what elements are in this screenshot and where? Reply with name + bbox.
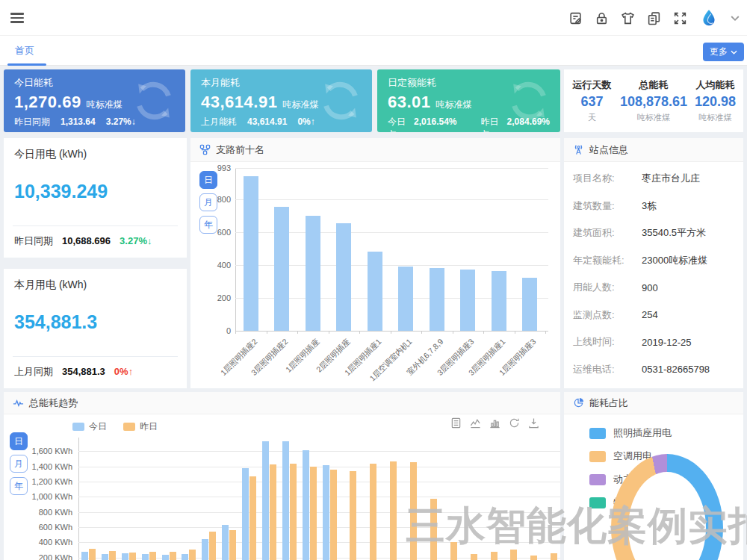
site-info-label: 年定额能耗: [573, 254, 642, 267]
theme-shirt-icon[interactable] [621, 11, 635, 25]
legend-swatch [589, 497, 606, 508]
branch-bar [492, 271, 506, 331]
grid-line [78, 451, 560, 452]
panel-title: 总能耗趋势 [29, 396, 78, 410]
x-axis-label: 3层照明插座3 [418, 337, 477, 395]
trend-bar-yesterday [370, 464, 376, 560]
documents-icon[interactable] [647, 11, 661, 25]
site-info-value: 900 [642, 282, 658, 293]
x-axis-label: 室外机6,7,8,9 [388, 337, 446, 395]
trend-bar-yesterday [350, 471, 356, 560]
more-button-label: 更多 [710, 46, 728, 58]
x-axis-tick [235, 331, 236, 334]
recycle-icon [317, 77, 365, 125]
download-icon[interactable] [528, 417, 539, 429]
stat-value: 108,878.61 [620, 94, 687, 110]
panel-title: 能耗占比 [589, 396, 628, 410]
menu-toggle-icon[interactable] [10, 13, 25, 23]
stat-label: 运行天数 [572, 78, 611, 92]
branch-bar [274, 207, 289, 331]
y-axis-label: 993 [199, 164, 231, 172]
dashboard-page: 首页 更多 今日能耗 1,270.69吨标准煤 昨日同期 1,313.64 3.… [0, 0, 747, 560]
legend-item-照明插座用电[interactable]: 照明插座用电 [589, 426, 672, 440]
branch-bar [398, 267, 413, 331]
trend-bar-yesterday [390, 461, 397, 560]
kpi-unit: 吨标准煤 [282, 99, 318, 111]
energy-trend-panel: 总能耗趋势 今日昨日 日月年 200 KWh400 KWh600 KWh800 … [4, 392, 560, 560]
legend-swatch [72, 423, 84, 431]
site-info-panel: 站点信息 项目名称:枣庄市台儿庄建筑数量:3栋建筑面积:35540.5平方米年定… [564, 138, 743, 388]
usage-title: 今日用电 (kWh) [4, 138, 187, 161]
x-axis-label: 1层照明插座1 [326, 337, 384, 395]
x-axis-label: 1层照明插座3 [480, 337, 539, 395]
branch-bar [460, 270, 475, 331]
chevron-down-icon[interactable] [731, 11, 740, 25]
trend-bar-yesterday [170, 552, 176, 560]
site-info-value: 35540.5平方米 [642, 226, 706, 240]
trend-bar-yesterday [229, 530, 236, 560]
today-electricity-card: 今日用电 (kWh) 10,339.249 昨日同期 10,688.696 3.… [4, 138, 187, 258]
trend-bar-yesterday [209, 532, 216, 560]
trend-bar-yesterday [471, 554, 477, 560]
logo-water-drop[interactable] [699, 8, 719, 28]
trend-bar-yesterday [129, 553, 136, 560]
kpi-sub-value: 1,313.64 [61, 116, 96, 127]
divider [13, 356, 178, 357]
trend-legend: 今日昨日 [72, 420, 158, 433]
legend-swatch [589, 474, 606, 485]
grid-line [78, 527, 560, 528]
branch-bar [306, 216, 320, 331]
grid-line [235, 199, 548, 200]
energy-trend-chart[interactable]: 200 KWh400 KWh600 KWh800 KWh1,000 KWh1,2… [78, 438, 560, 560]
branch-period-button-0[interactable]: 日 [199, 171, 217, 189]
x-axis-tick [267, 331, 267, 334]
x-axis-tick [421, 331, 422, 334]
line-chart-toggle-icon[interactable] [470, 417, 481, 429]
trend-bar-yesterday [290, 464, 297, 560]
x-axis-tick [297, 331, 298, 334]
stat-label: 人均能耗 [696, 78, 735, 92]
usage-value: 10,339.249 [4, 161, 187, 202]
legend-item-今日[interactable]: 今日 [72, 420, 107, 433]
trend-bar-yesterday [149, 552, 156, 560]
site-info-value: 0531-82665798 [642, 364, 710, 375]
x-axis-label: 3层照明插座2 [232, 337, 291, 395]
trend-bar-yesterday [89, 549, 96, 560]
tab-home[interactable]: 首页 [6, 36, 43, 66]
antenna-icon [573, 144, 584, 155]
restore-icon[interactable] [509, 417, 520, 429]
trend-bar-yesterday [310, 467, 317, 560]
kpi-unit: 吨标准煤 [87, 99, 123, 111]
work-order-icon[interactable] [568, 11, 583, 25]
tabbar: 首页 更多 [0, 36, 747, 66]
site-info-label: 用能人数: [573, 281, 642, 294]
more-button[interactable]: 更多 [703, 43, 744, 61]
tab-active-underline [7, 63, 46, 66]
x-axis-tick [329, 331, 329, 334]
legend-item-昨日[interactable]: 昨日 [123, 420, 158, 433]
x-axis-label: 1层照明插座 [264, 337, 322, 395]
y-axis-label: 1,200 KWh [19, 477, 72, 486]
trend-bar-yesterday [330, 470, 337, 560]
site-info-row: 建筑面积:35540.5平方米 [573, 220, 734, 247]
y-axis-label: 1,600 KWh [19, 447, 72, 455]
chevron-down-icon [731, 49, 737, 55]
trend-bar-yesterday [249, 476, 256, 560]
bar-chart-toggle-icon[interactable] [489, 417, 500, 429]
data-view-icon[interactable] [450, 417, 462, 429]
y-axis-label: 1,000 KWh [19, 492, 72, 501]
y-axis-label: 0 [199, 326, 231, 335]
branch-bar-chart[interactable]: 02004006008009931层照明插座23层照明插座21层照明插座2层照明… [235, 168, 549, 385]
recycle-icon [505, 77, 553, 125]
fullscreen-icon[interactable] [673, 11, 687, 25]
y-axis-line [235, 168, 236, 331]
stat-unit: 天 [588, 112, 596, 123]
stat-unit: 吨标准煤 [637, 112, 670, 123]
y-axis-label: 400 [199, 261, 231, 270]
kpi-sub-label: 今日占比: [388, 116, 408, 132]
y-axis-label: 400 KWh [19, 538, 72, 547]
lock-icon[interactable] [595, 11, 609, 25]
usage-change: 0%↑ [114, 366, 133, 377]
site-info-rows: 项目名称:枣庄市台儿庄建筑数量:3栋建筑面积:35540.5平方米年定额能耗:2… [564, 165, 743, 383]
site-info-value: 枣庄市台儿庄 [642, 172, 700, 185]
